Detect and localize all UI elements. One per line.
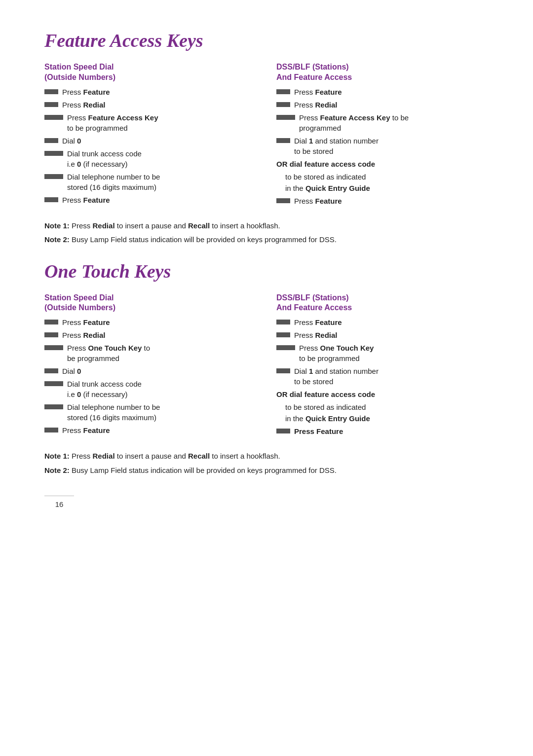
list-item: Press Feature Access Key to be programme… [276, 112, 489, 133]
bullet-icon [276, 198, 290, 203]
list-item: Press Feature [44, 317, 257, 327]
bullet-icon [276, 345, 295, 350]
note2: Note 2: Busy Lamp Field status indicatio… [44, 465, 489, 476]
bullet-icon [44, 89, 58, 94]
bullet-icon [44, 332, 58, 337]
bullet-icon [276, 89, 290, 94]
section1-title: Feature Access Keys [44, 30, 489, 51]
bullet-icon [44, 381, 63, 386]
or-block: OR dial feature access code to be stored… [276, 389, 489, 424]
section1-left-subtitle1: Station Speed Dial (Outside Numbers) [44, 62, 257, 83]
note1: Note 1: Press Redial to insert a pause a… [44, 451, 489, 462]
list-item: Press Redial [44, 100, 257, 110]
bullet-icon [44, 174, 63, 179]
list-item: Press Redial [276, 100, 489, 110]
bullet-icon [44, 102, 58, 107]
or-block: OR dial feature access code to be stored… [276, 159, 489, 193]
section2-title: One Touch Keys [44, 260, 489, 282]
bullet-icon [276, 115, 295, 120]
list-item: Press Redial [44, 330, 257, 340]
section-one-touch-keys: One Touch Keys Station Speed Dial (Outsi… [44, 260, 489, 476]
section1-left-col: Station Speed Dial (Outside Numbers) Pre… [44, 62, 257, 209]
section2-right-col: DSS/BLF (Stations) And Feature Access Pr… [276, 293, 489, 439]
section2-notes: Note 1: Press Redial to insert a pause a… [44, 451, 489, 476]
list-item: Press One Touch Key to be programmed [44, 343, 257, 363]
list-item: Press Feature [276, 317, 489, 327]
bullet-icon [44, 197, 58, 202]
list-item: Dial trunk access code i.e 0 (if necessa… [44, 148, 257, 169]
note2: Note 2: Busy Lamp Field status indicatio… [44, 234, 489, 246]
section1-notes: Note 1: Press Redial to insert a pause a… [44, 220, 489, 246]
section2-left-col: Station Speed Dial (Outside Numbers) Pre… [44, 293, 257, 439]
note1: Note 1: Press Redial to insert a pause a… [44, 220, 489, 232]
list-item: Press One Touch Key to be programmed [276, 343, 489, 363]
bullet-icon [276, 429, 290, 433]
list-item: Press Feature [276, 196, 489, 206]
section1-right-col: DSS/BLF (Stations) And Feature Access Pr… [276, 62, 489, 209]
list-item: Dial trunk access code i.e 0 (if necessa… [44, 379, 257, 399]
section2-right-subtitle: DSS/BLF (Stations) And Feature Access [276, 293, 489, 314]
list-item: Dial 0 [44, 136, 257, 146]
section2-columns: Station Speed Dial (Outside Numbers) Pre… [44, 293, 489, 439]
section1-right-subtitle1: DSS/BLF (Stations) And Feature Access [276, 62, 489, 83]
bullet-icon [44, 320, 58, 324]
page-number: 16 [44, 496, 74, 508]
bullet-icon [276, 320, 290, 324]
section2-left-subtitle: Station Speed Dial (Outside Numbers) [44, 293, 257, 314]
list-item: Press Feature [44, 425, 257, 435]
list-item: Press Feature Access Key to be programme… [44, 112, 257, 133]
bullet-icon [276, 102, 290, 107]
list-item: Dial telephone number to be stored (16 d… [44, 172, 257, 192]
list-item: Press Feature [276, 87, 489, 97]
list-item: Dial 0 [44, 366, 257, 376]
bullet-icon [44, 115, 63, 120]
list-item: Dial 1 and station number to be stored [276, 366, 489, 387]
list-item: Press Feature [276, 426, 489, 436]
bullet-icon [44, 151, 63, 156]
section-feature-access-keys: Feature Access Keys Station Speed Dial (… [44, 30, 489, 246]
list-item: Press Feature [44, 195, 257, 205]
bullet-icon [44, 138, 58, 143]
bullet-icon [276, 332, 290, 337]
bullet-icon [276, 368, 290, 373]
bullet-icon [44, 404, 63, 409]
list-item: Dial telephone number to be stored (16 d… [44, 402, 257, 423]
bullet-icon [44, 368, 58, 373]
list-item: Dial 1 and station number to be stored [276, 136, 489, 156]
bullet-icon [44, 428, 58, 432]
list-item: Press Feature [44, 87, 257, 97]
bullet-icon [276, 138, 290, 143]
bullet-icon [44, 345, 63, 350]
list-item: Press Redial [276, 330, 489, 340]
section1-columns: Station Speed Dial (Outside Numbers) Pre… [44, 62, 489, 209]
